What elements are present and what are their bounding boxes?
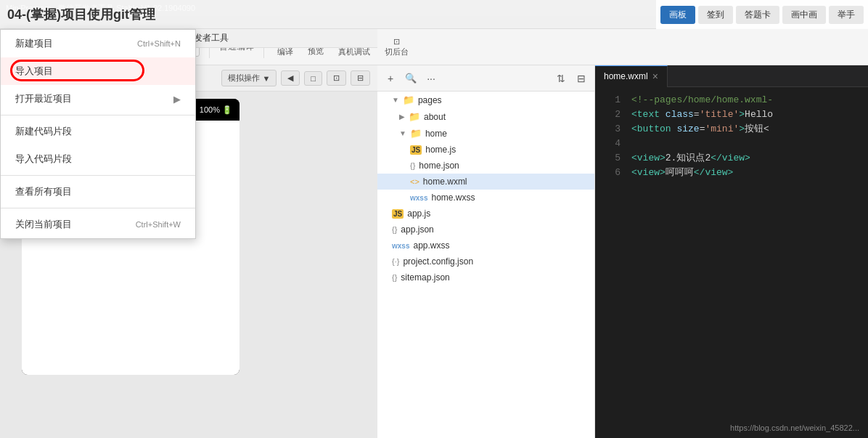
sim-mode-arrow: ▼	[262, 74, 270, 83]
file-item-home-wxml[interactable]: <> home.wxml	[377, 174, 594, 190]
sitemap-label: sitemap.json	[401, 272, 449, 283]
line-num-1: 1	[599, 93, 621, 108]
code-content-2: <text class='title'>Hello	[631, 108, 773, 122]
background-btn[interactable]: ⊡ 切后台	[377, 34, 416, 60]
about-arrow: ▶	[399, 113, 405, 121]
project-menu: 新建项目 Ctrl+Shift+N 导入项目 打开最近项目 ▶ 新建代码片段 导…	[0, 29, 196, 239]
menu-item-close-project[interactable]: 关闭当前项目 Ctrl+Shift+W	[1, 211, 195, 238]
sim-scale-down-btn[interactable]: ◀	[281, 70, 300, 86]
home-folder-label: home	[425, 129, 447, 139]
pages-arrow: ▼	[392, 96, 399, 104]
btn-huazhonghua[interactable]: 画中画	[782, 6, 826, 24]
sim-split-btn[interactable]: ⊡	[327, 70, 346, 86]
file-item-pages[interactable]: ▼ 📁 pages	[377, 92, 594, 108]
btn-datica[interactable]: 答题卡	[736, 6, 779, 24]
pages-label: pages	[418, 95, 442, 105]
code-line-5: 5 <view>2.知识点2</view>	[595, 151, 868, 166]
file-item-home-folder[interactable]: ▼ 📁 home	[377, 125, 594, 142]
app-json-label: app.json	[401, 224, 433, 235]
about-label: about	[424, 112, 446, 122]
line-num-5: 5	[599, 151, 621, 166]
sim-view-btn[interactable]: □	[304, 71, 322, 86]
phone-dots: ··· ⊙	[80, 331, 145, 360]
sim-collapse-btn[interactable]: ⊟	[351, 70, 370, 86]
home-wxss-label: home.wxss	[431, 192, 475, 203]
menu-sep-2	[1, 175, 195, 176]
js-icon: JS	[410, 145, 422, 155]
file-tree-toolbar: + 🔍 ··· ⇅ ⊟	[377, 65, 594, 92]
project-config-label: project.config.json	[403, 256, 473, 267]
about-folder-icon: 📁	[409, 111, 420, 122]
line-num-2: 2	[599, 108, 621, 122]
phone-dot-menu[interactable]: ···	[80, 331, 109, 360]
sort-icon[interactable]: ⇅	[554, 71, 568, 86]
home-arrow: ▼	[399, 129, 406, 137]
collapse-icon[interactable]: ⊟	[574, 71, 589, 86]
code-line-6: 6 <view>呵呵呵</view>	[595, 166, 868, 180]
home-json-label: home.json	[419, 161, 459, 171]
file-item-project-config[interactable]: {·} project.config.json	[377, 254, 594, 269]
import-project-label: 导入项目	[15, 65, 53, 78]
file-item-about[interactable]: ▶ 📁 about	[377, 108, 594, 125]
search-icon[interactable]: 🔍	[404, 71, 418, 86]
code-content-3: <button size='mini'>按钮<	[631, 122, 769, 137]
file-item-home-js[interactable]: JS home.js	[377, 142, 594, 158]
menu-item-import-project[interactable]: 导入项目	[1, 57, 195, 85]
code-content-4	[631, 137, 637, 151]
file-item-home-json[interactable]: {} home.json	[377, 158, 594, 174]
json-icon: {}	[410, 161, 415, 170]
right-top-buttons: 画板 签到 答题卡 画中画 举手	[656, 0, 868, 29]
banner-title: 04-(掌握)项目使用git管理	[7, 6, 155, 23]
btn-jushou[interactable]: 举手	[829, 6, 864, 24]
home-wxml-label: home.wxml	[423, 177, 467, 187]
new-file-btn[interactable]: +	[383, 71, 398, 86]
app-js-icon: JS	[392, 209, 404, 219]
home-folder-icon: 📁	[410, 128, 422, 139]
sim-mode-btn[interactable]: 模拟操作 ▼	[221, 70, 277, 86]
menu-item-recent-projects[interactable]: 打开最近项目 ▶	[1, 85, 195, 113]
menu-item-new-snippet[interactable]: 新建代码片段	[1, 118, 195, 145]
close-project-label: 关闭当前项目	[15, 218, 72, 231]
home-js-label: home.js	[425, 145, 456, 155]
tab-label: home.wxml	[604, 71, 648, 81]
file-item-app-json[interactable]: {} app.json	[377, 222, 594, 238]
line-num-4: 4	[599, 137, 621, 151]
menu-sep-1	[1, 115, 195, 115]
tab-close-btn[interactable]: ×	[652, 70, 658, 82]
menu-item-import-snippet[interactable]: 导入代码片段	[1, 145, 195, 173]
new-project-label: 新建项目	[15, 37, 53, 50]
file-item-app-js[interactable]: JS app.js	[377, 206, 594, 222]
all-projects-label: 查看所有项目	[15, 185, 72, 198]
import-snippet-label: 导入代码片段	[15, 153, 72, 166]
menu-item-all-projects[interactable]: 查看所有项目	[1, 178, 195, 206]
app-json-icon: {}	[392, 225, 397, 234]
menu-sep-3	[1, 208, 195, 208]
btn-qiandao[interactable]: 签到	[698, 6, 733, 24]
file-panel: + 🔍 ··· ⇅ ⊟ ▼ 📁 pages ▶ 📁 about ▼ 📁 home…	[377, 65, 595, 438]
code-line-1: 1 <!--pages/home/home.wxml-	[595, 93, 868, 108]
sim-mode-label: 模拟操作	[228, 73, 260, 84]
new-snippet-label: 新建代码片段	[15, 125, 72, 138]
project-config-icon: {·}	[392, 257, 399, 266]
watermark: https://blog.csdn.net/weixin_45822...	[730, 423, 859, 432]
phone-dot-home[interactable]: ⊙	[116, 331, 145, 360]
editor-tab-bar: home.wxml ×	[595, 65, 868, 87]
editor-tab-home-wxml[interactable]: home.wxml ×	[595, 65, 668, 87]
btn-huaban[interactable]: 画板	[660, 6, 695, 24]
more-options-btn[interactable]: ···	[424, 71, 438, 86]
wxml-icon: <>	[410, 177, 419, 186]
background-label: 切后台	[385, 46, 409, 57]
wxss-icon: wxss	[410, 194, 427, 202]
file-item-home-wxss[interactable]: wxss home.wxss	[377, 190, 594, 206]
file-item-app-wxss[interactable]: wxss app.wxss	[377, 238, 594, 254]
code-area[interactable]: 1 <!--pages/home/home.wxml- 2 <text clas…	[595, 87, 868, 438]
line-num-3: 3	[599, 122, 621, 137]
app-js-label: app.js	[407, 208, 430, 219]
file-item-sitemap[interactable]: {} sitemap.json	[377, 269, 594, 285]
code-line-2: 2 <text class='title'>Hello	[595, 108, 868, 122]
code-content-1: <!--pages/home/home.wxml-	[631, 93, 773, 108]
menu-item-new-project[interactable]: 新建项目 Ctrl+Shift+N	[1, 30, 195, 57]
recent-projects-arrow: ▶	[173, 94, 181, 105]
code-line-3: 3 <button size='mini'>按钮<	[595, 122, 868, 137]
background-icon: ⊡	[393, 37, 400, 46]
